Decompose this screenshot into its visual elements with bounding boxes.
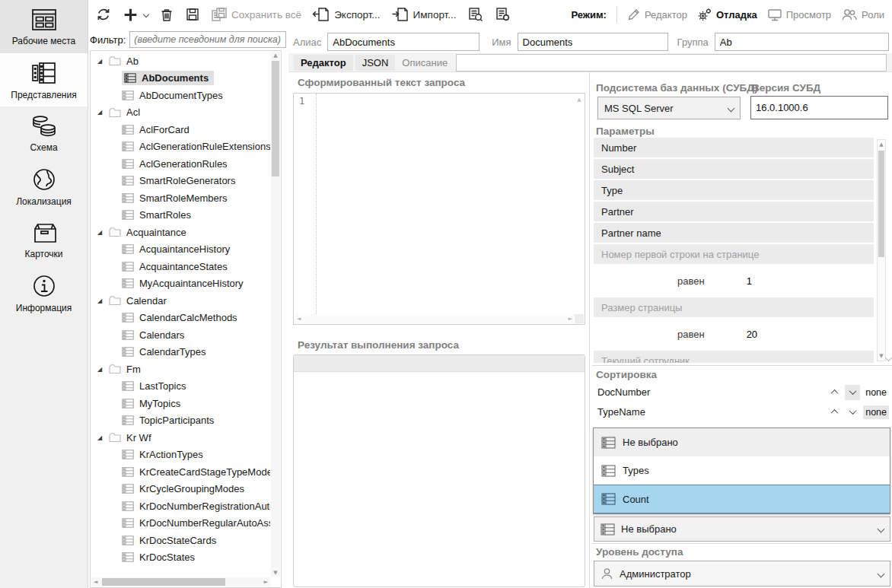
tree-item[interactable]: SmartRoles [91, 207, 270, 224]
expander-icon[interactable]: ◢ [97, 434, 105, 441]
tree-vertical-scrollbar[interactable]: ▲ ▼ [271, 52, 280, 577]
parameter-row[interactable]: Partner name [594, 223, 874, 243]
sort-up-button[interactable] [827, 385, 842, 400]
parameter-condition-row[interactable]: равен1 [594, 265, 874, 296]
tree-group[interactable]: ◢Fm [91, 361, 270, 378]
parameter-row[interactable]: Номер первой строки на странице [594, 244, 874, 264]
tab-json[interactable]: JSON [355, 55, 396, 71]
sidebar-item-localization[interactable]: Локализация [0, 160, 88, 213]
expander-icon[interactable]: ◢ [97, 58, 105, 65]
description-input[interactable] [456, 54, 887, 72]
scroll-down-icon[interactable]: ▼ [878, 353, 885, 359]
tree-item[interactable]: TopicParticipants [91, 412, 270, 430]
tree-item[interactable]: AclForCard [91, 121, 270, 138]
editor-horizontal-scrollbar[interactable]: ◄ ► [295, 314, 575, 323]
mode-debug[interactable]: Отладка [697, 8, 757, 22]
parameter-condition-row[interactable]: равен20 [594, 319, 874, 349]
expander-icon[interactable]: ◢ [97, 366, 105, 373]
parameter-row[interactable]: Partner [594, 202, 874, 221]
expander-icon[interactable]: ◢ [97, 297, 105, 304]
tree-item[interactable]: AcquaintanceStates [91, 258, 270, 275]
group-input[interactable] [715, 33, 889, 51]
tree-item[interactable]: AbDocuments [91, 70, 270, 87]
tree-item[interactable]: KrDocNumberRegularAutoAssign [91, 515, 270, 532]
dropdown-item-types[interactable]: Types [594, 456, 890, 485]
tree-group[interactable]: ◢Acl [91, 104, 270, 122]
parameter-row[interactable]: Subject [594, 159, 874, 179]
tree-item[interactable]: KrDocNumberRegistrationAutoA [91, 497, 270, 515]
tree-group[interactable]: ◢Kr Wf [91, 429, 270, 447]
tree-item[interactable]: AclGenerationRuleExtensions [91, 138, 270, 156]
sort-order-value[interactable]: none [863, 386, 889, 399]
sidebar-item-cards[interactable]: Карточки [0, 213, 88, 266]
scroll-up-icon[interactable]: ▲ [575, 94, 584, 103]
expander-icon[interactable]: ◢ [97, 229, 105, 236]
sort-down-button[interactable] [845, 405, 860, 420]
tree-group[interactable]: ◢Acquaintance [91, 224, 270, 241]
add-button[interactable] [123, 7, 148, 23]
scroll-right-icon[interactable]: ► [569, 314, 572, 323]
parameter-row[interactable]: Type [594, 180, 874, 200]
access-level-combobox[interactable]: Администратор [594, 561, 890, 586]
sort-up-button[interactable] [827, 405, 842, 420]
sort-down-button[interactable] [845, 385, 860, 400]
tree-item[interactable]: AcquaintanceHistory [91, 241, 270, 259]
scroll-up-icon[interactable]: ▲ [878, 140, 885, 148]
scroll-up-icon[interactable]: ▲ [271, 52, 280, 59]
condition-value[interactable]: 20 [747, 329, 757, 340]
save-all-button[interactable]: Сохранить всё [211, 7, 301, 22]
tree-item[interactable]: KrCreateCardStageTypeModes [91, 463, 270, 481]
parameter-row[interactable]: Текущий сотрудник [594, 351, 874, 363]
tree-item[interactable]: KrDocStates [91, 549, 270, 567]
tree-group[interactable]: ◢Ab [91, 52, 270, 70]
selected-tree-item[interactable]: AbDocuments [122, 71, 214, 85]
scroll-right-icon[interactable]: ► [264, 577, 268, 586]
query-text-editor[interactable]: 1 ▲ ◄ ► [293, 93, 585, 325]
tree-horizontal-scrollbar[interactable]: ◄ ► [91, 577, 270, 586]
condition-value[interactable]: 1 [747, 275, 752, 287]
dropdown-item-count[interactable]: Count [594, 485, 890, 513]
sidebar-item-info[interactable]: Информация [0, 266, 88, 319]
editor-vertical-scrollbar[interactable]: ▲ [575, 94, 584, 314]
db-version-input[interactable] [750, 96, 888, 119]
tree-group[interactable]: ◢Calendar [91, 292, 270, 310]
tree-item[interactable]: CalendarTypes [91, 344, 270, 361]
sort-order-value[interactable]: none [863, 405, 889, 419]
tree-item[interactable]: MyAcquaintanceHistory [91, 275, 270, 293]
tree-item[interactable]: KrCycleGroupingModes [91, 481, 270, 498]
tree-item[interactable]: Calendars [91, 326, 270, 344]
scroll-left-icon[interactable]: ◄ [297, 314, 301, 323]
delete-button[interactable] [159, 7, 174, 23]
chevron-down-icon[interactable] [885, 354, 892, 361]
reference-combobox[interactable]: Не выбрано [594, 516, 890, 542]
tree-item[interactable]: CalendarCalcMethods [91, 310, 270, 327]
dropdown-item-not-selected[interactable]: Не выбрано [594, 428, 890, 456]
sidebar-item-schema[interactable]: Схема [0, 106, 88, 160]
mode-roles[interactable]: Роли [841, 8, 884, 21]
tab-editor[interactable]: Редактор [294, 55, 353, 71]
tree-item[interactable]: MyTopics [91, 395, 270, 412]
tree-item[interactable]: AbDocumentTypes [91, 87, 270, 104]
sidebar-item-workplaces[interactable]: Рабочие места [0, 0, 88, 53]
find-view-button[interactable] [467, 6, 484, 23]
mode-preview[interactable]: Просмотр [767, 8, 831, 21]
scroll-down-icon[interactable]: ▼ [271, 570, 280, 576]
export-button[interactable]: Экспорт... [312, 6, 380, 23]
tree-item[interactable]: KrDocStateCards [91, 532, 270, 549]
tree-item[interactable]: AclGenerationRules [91, 155, 270, 173]
view-settings-button[interactable] [495, 6, 511, 23]
mode-editor[interactable]: Редактор [627, 8, 687, 21]
scroll-thumb[interactable] [102, 578, 225, 586]
tree-item[interactable]: LastTopics [91, 378, 270, 396]
save-button[interactable] [185, 7, 200, 22]
scroll-thumb[interactable] [272, 61, 279, 176]
import-button[interactable]: Импорт... [391, 6, 457, 23]
tree-item[interactable]: KrActionTypes [91, 447, 270, 464]
db-subsystem-combobox[interactable]: MS SQL Server [597, 97, 741, 119]
scroll-left-icon[interactable]: ◄ [94, 577, 97, 586]
tree-item[interactable]: SmartRoleGenerators [91, 173, 270, 190]
expander-icon[interactable]: ◢ [97, 109, 105, 116]
parameter-row[interactable]: Number [594, 138, 874, 157]
alias-input[interactable] [327, 33, 479, 51]
filter-input[interactable] [129, 31, 286, 48]
